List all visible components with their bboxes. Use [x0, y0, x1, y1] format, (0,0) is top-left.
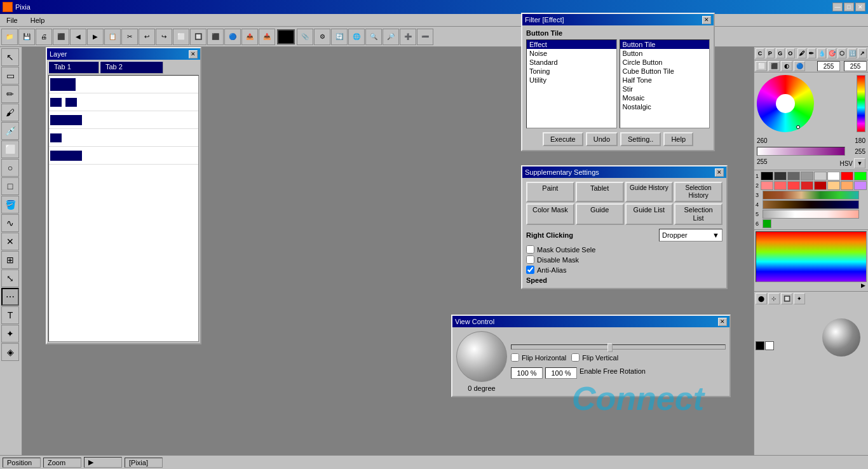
small-btn-3[interactable]: 🔲	[781, 293, 792, 304]
swatch-2-4[interactable]	[801, 181, 813, 190]
small-btn-2[interactable]: ⊹	[768, 293, 780, 304]
swatch-3-img[interactable]	[763, 191, 859, 200]
hue-bar[interactable]	[857, 75, 865, 132]
tool-brush[interactable]: 🖌	[1, 104, 19, 121]
toolbar-btn-5[interactable]: ▶	[87, 29, 104, 45]
filter-right-item-1[interactable]: Button	[620, 49, 710, 58]
undo-button[interactable]: Undo	[586, 132, 618, 146]
rotation-slider[interactable]	[511, 344, 726, 350]
layer-tab-1[interactable]: Tab 1	[48, 61, 99, 74]
flip-horizontal-checkbox[interactable]	[511, 353, 519, 362]
help-button[interactable]: Help	[663, 132, 693, 146]
tool-x[interactable]: ✕	[1, 233, 19, 250]
supp-tab-guide-list[interactable]: Guide List	[625, 203, 674, 225]
cpgo-p[interactable]: P	[766, 48, 775, 58]
bg-color-small[interactable]	[765, 341, 774, 350]
hsv-bar[interactable]	[757, 147, 845, 156]
minimize-button[interactable]: —	[832, 3, 843, 11]
foreground-color-swatch[interactable]	[277, 29, 295, 44]
value-input-2[interactable]: 255	[844, 61, 867, 71]
swatch-2-3[interactable]	[787, 181, 800, 190]
color-tool-4[interactable]: 🎯	[827, 48, 836, 58]
filter-left-item-0[interactable]: Effect	[527, 40, 616, 49]
toolbar-btn-4[interactable]: ◀	[70, 29, 86, 45]
filter-dialog-close[interactable]: ✕	[702, 16, 711, 24]
filter-right-item-2[interactable]: Circle Button	[620, 58, 710, 67]
toolbar-btn-21[interactable]: 🔎	[383, 29, 399, 45]
swatch-1-1[interactable]	[761, 172, 773, 180]
tool-text[interactable]: T	[1, 306, 19, 324]
fg-color-small[interactable]	[756, 341, 764, 350]
swatch-2-7[interactable]	[841, 181, 853, 190]
right-clicking-dropdown[interactable]: Dropper ▼	[659, 229, 722, 241]
zoom-value-2[interactable]: 100 %	[545, 367, 577, 379]
setting-button[interactable]: Setting..	[620, 132, 661, 146]
filter-dialog-title-bar[interactable]: Filter [Effect] ✕	[522, 14, 714, 25]
layer-row-2[interactable]	[49, 93, 198, 111]
swatch-2-8[interactable]	[854, 181, 867, 190]
supp-tab-color-mask[interactable]: Color Mask	[526, 203, 574, 225]
swatch-2-5[interactable]	[814, 181, 827, 190]
value-input-1[interactable]: 255	[817, 61, 840, 71]
supp-tab-guide[interactable]: Guide	[576, 203, 624, 225]
toolbar-btn-20[interactable]: 🔍	[365, 29, 382, 45]
tool-select[interactable]: ↖	[1, 48, 19, 66]
toolbar-btn-2[interactable]: 🖨	[36, 29, 52, 45]
icon2-3[interactable]: ◐	[781, 61, 792, 71]
filter-right-item-7[interactable]: Nostalgic	[620, 102, 710, 111]
view-dialog-close[interactable]: ✕	[718, 318, 727, 326]
icon2-1[interactable]: ⬜	[756, 61, 767, 71]
toolbar-btn-14[interactable]: 📤	[241, 29, 258, 45]
filter-right-item-4[interactable]: Half Tone	[620, 76, 710, 85]
tool-eraser[interactable]: ⬜	[1, 140, 19, 158]
menu-help[interactable]: Help	[27, 15, 49, 25]
filter-left-item-4[interactable]: Utility	[527, 76, 616, 85]
swatch-1-5[interactable]	[814, 172, 827, 180]
supp-tab-paint[interactable]: Paint	[526, 182, 574, 202]
menu-file[interactable]: File	[3, 15, 22, 25]
tool-circle[interactable]: ○	[1, 159, 19, 177]
toolbar-btn-23[interactable]: ➖	[417, 29, 433, 45]
tool-rect-select[interactable]: ▭	[1, 67, 19, 85]
tool-fill[interactable]: 🪣	[1, 196, 19, 214]
filter-left-list[interactable]: Effect Noise Standard Toning Utility	[526, 39, 617, 128]
icon2-2[interactable]: ⬛	[768, 61, 780, 71]
supp-tab-selection-history[interactable]: Selection History	[674, 182, 722, 202]
swatch-1-8[interactable]	[854, 172, 867, 180]
cpgo-o[interactable]: O	[786, 48, 795, 58]
flip-vertical-checkbox[interactable]	[571, 353, 580, 362]
toolbar-btn-0[interactable]: 📁	[1, 29, 18, 45]
toolbar-btn-9[interactable]: ↪	[156, 29, 172, 45]
toolbar-btn-19[interactable]: 🌐	[348, 29, 365, 45]
supp-dialog-title-bar[interactable]: Supplementary Settings ✕	[522, 167, 726, 178]
tool-eyedropper[interactable]: 💉	[1, 122, 19, 140]
filter-left-item-2[interactable]: Standard	[527, 58, 616, 67]
color-wheel[interactable]	[757, 75, 814, 132]
small-btn-4[interactable]: ✦	[794, 293, 805, 304]
maximize-button[interactable]: □	[844, 3, 854, 11]
toolbar-btn-3[interactable]: ⬛	[53, 29, 69, 45]
cpgo-c[interactable]: C	[756, 48, 764, 58]
filter-right-list[interactable]: Button Tile Button Circle Button Cube Bu…	[620, 39, 710, 128]
layer-tab-2[interactable]: Tab 2	[100, 61, 163, 74]
toolbar-btn-7[interactable]: ✂	[121, 29, 138, 45]
icon2-4[interactable]: 🔵	[794, 61, 805, 71]
view-dialog-title-bar[interactable]: View Control ✕	[452, 316, 729, 327]
color-tool-3[interactable]: 💧	[817, 48, 826, 58]
close-button[interactable]: ✕	[855, 3, 865, 11]
checkbox-disable-mask-input[interactable]	[526, 255, 534, 264]
toolbar-btn-13[interactable]: 🔵	[224, 29, 241, 45]
filter-right-item-6[interactable]: Mosaic	[620, 93, 710, 102]
toolbar-btn-15[interactable]: 📥	[259, 29, 275, 45]
zoom-value-1[interactable]: 100 %	[511, 367, 543, 379]
filter-right-item-5[interactable]: Stir	[620, 85, 710, 93]
supp-tab-selection-list[interactable]: Selection List	[674, 203, 722, 225]
swatch-4-img[interactable]	[763, 200, 859, 209]
tool-misc2[interactable]: ◈	[1, 343, 19, 361]
toolbar-btn-8[interactable]: ↩	[139, 29, 155, 45]
checkbox-anti-alias-input[interactable]	[526, 266, 534, 274]
layer-row-5[interactable]	[49, 147, 198, 165]
layer-panel-title-bar[interactable]: Layer ✕	[47, 48, 200, 60]
toolbar-btn-16[interactable]: 📎	[297, 29, 313, 45]
swatch-2-1[interactable]	[761, 181, 773, 190]
